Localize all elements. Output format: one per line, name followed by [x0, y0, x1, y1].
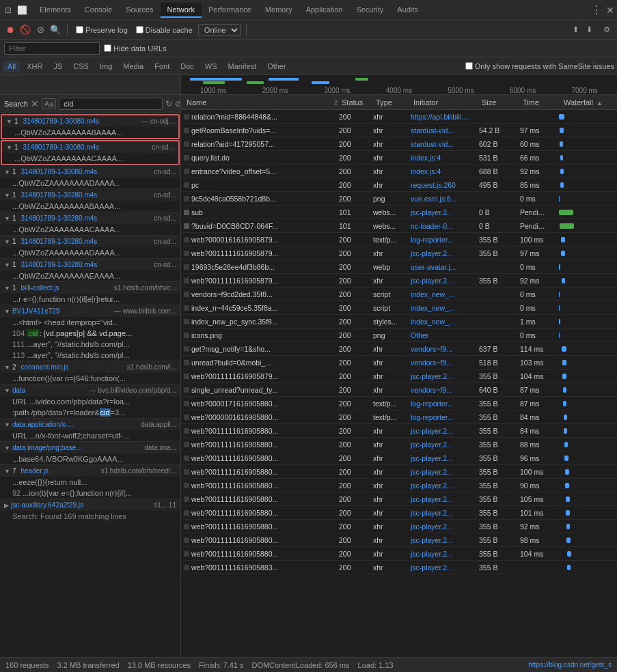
search-group-item-7-1[interactable]: ...QbWZoZAAAAAAAAEAAAA... — [0, 270, 180, 281]
row-initiator[interactable]: jsc-player.2... — [408, 536, 476, 544]
table-row[interactable]: web?0011111616905880... 200 xhr jsc-play… — [181, 465, 617, 479]
table-row[interactable]: web?0011111616905880... 200 xhr jsc-play… — [181, 451, 617, 465]
row-initiator[interactable]: user-avatar.j... — [408, 263, 476, 271]
filter-input[interactable] — [4, 42, 100, 55]
hide-data-urls-input[interactable] — [104, 44, 111, 52]
search-group-header-14[interactable]: ▼ 7 header.js s1.hdslb.com/bfs/seed/... — [0, 465, 180, 477]
search-group-header-9[interactable]: ▼ BV1JV411e729 — www.bilibili.com... — [0, 305, 180, 317]
disable-cache-checkbox[interactable]: Disable cache — [136, 26, 193, 34]
row-initiator[interactable]: jsc-player.2... — [408, 563, 476, 572]
search-group-header-15[interactable]: ▶ jsc-auxiliary.642a2f29.js s1... 11 — [0, 499, 180, 511]
row-initiator[interactable]: Other — [408, 331, 476, 339]
type-btn-font[interactable]: Font — [150, 61, 174, 72]
export-button[interactable]: ⬇ — [583, 24, 595, 36]
type-btn-js[interactable]: JS — [49, 61, 67, 72]
table-row[interactable]: query.list.do 200 xhr index.js:4 531 B 6… — [181, 151, 617, 165]
row-initiator[interactable]: jsc-player.2... — [408, 509, 476, 517]
row-initiator[interactable]: jsc-player.2... — [408, 550, 476, 558]
row-initiator[interactable]: jsc-player.2... — [408, 481, 476, 490]
search-refresh-button[interactable]: ↻ — [165, 99, 172, 109]
search-group-header-11[interactable]: ▼ data — bvc.billivideo.com/pbp/d... — [0, 384, 180, 396]
row-initiator[interactable]: jsc-player.2... — [408, 372, 476, 380]
row-initiator[interactable]: request.js:260 — [408, 181, 476, 189]
search-group-header-8[interactable]: ▼ 1 billi-collect.js s1.hdslb.com/bfs/c.… — [0, 282, 180, 294]
inspect-icon[interactable]: ⊡ — [3, 5, 14, 16]
row-initiator[interactable]: jsc-player.2... — [408, 208, 476, 216]
import-button[interactable]: ⬆ — [569, 24, 581, 36]
type-btn-ws[interactable]: WS — [200, 61, 222, 72]
row-initiator[interactable]: vendors~f9... — [408, 345, 476, 353]
table-row[interactable]: getRoomBaseInfo?uids=... 200 xhr stardus… — [181, 124, 617, 137]
search-group-header-10[interactable]: ▼ 2 comment.min.js s1.hdslb.com/i... — [0, 361, 180, 373]
table-row[interactable]: pc 200 xhr request.js:260 495 B 85 ms — [181, 178, 617, 192]
row-initiator[interactable]: index_new_... — [408, 318, 476, 326]
record-button[interactable]: ⏺ — [4, 24, 16, 36]
search-group-header-13[interactable]: ▼ data:image/png;base... data:ima... — [0, 442, 180, 453]
table-row[interactable]: ?buvid=D0CB8CD7-064F... 101 webs... nc-l… — [181, 219, 617, 233]
table-row[interactable]: web?0000161616905879... 200 text/p... lo… — [181, 233, 617, 247]
tab-security[interactable]: Security — [349, 3, 390, 18]
search-group-header-4[interactable]: ▼ 1 314801789-1-30280.m4s cn-sd... — [0, 189, 180, 201]
table-row[interactable]: index_n~44c59ce5.35f8a... 200 script ind… — [181, 301, 617, 315]
search-group-item-15-1[interactable]: Search: Found 169 matching lines — [0, 511, 180, 522]
tab-sources[interactable]: Sources — [119, 3, 160, 18]
hide-data-urls-checkbox[interactable]: Hide data URLs — [104, 44, 167, 53]
row-initiator[interactable]: jsc-player.2... — [408, 427, 476, 435]
table-row[interactable]: entrance?video_offset=5... 200 xhr index… — [181, 165, 617, 178]
row-initiator[interactable]: jsc-player.2... — [408, 249, 476, 257]
row-initiator[interactable]: log-reporter... — [408, 413, 476, 421]
type-btn-img[interactable]: Img — [95, 61, 117, 72]
table-row[interactable]: web?0011111616905879... 200 xhr jsc-play… — [181, 369, 617, 383]
row-initiator[interactable]: log-reporter... — [408, 400, 476, 408]
search-icon-button[interactable]: 🔍 — [49, 24, 61, 36]
tab-elements[interactable]: Elements — [33, 3, 78, 18]
preserve-log-input[interactable] — [76, 26, 83, 33]
type-btn-other[interactable]: Other — [262, 61, 291, 72]
close-icon[interactable]: ✕ — [606, 5, 614, 16]
col-header-time[interactable]: Time — [520, 98, 561, 107]
search-case-button[interactable]: Aa — [42, 98, 56, 109]
row-initiator[interactable]: jsc-player.2... — [408, 440, 476, 449]
table-row[interactable]: web?0011111616905880... 200 xhr jsc-play… — [181, 479, 617, 492]
search-group-header-2[interactable]: ▼ 1 314801789-1-30080.m4s cn-sd... — [2, 141, 178, 153]
row-initiator[interactable]: index.js:4 — [408, 154, 476, 162]
search-input[interactable] — [59, 98, 163, 110]
preserve-log-checkbox[interactable]: Preserve log — [76, 26, 128, 34]
table-row[interactable]: 9c5dc48ca0558b721d8b... 200 png vue.esm.… — [181, 192, 617, 206]
table-row[interactable]: web?0011111616905880... 200 xhr jsc-play… — [181, 424, 617, 438]
col-header-type[interactable]: Type — [373, 98, 411, 107]
row-initiator[interactable]: index_new_... — [408, 290, 476, 298]
search-group-item-3-1[interactable]: ...QbWZoZAAAAAAAADAAAA... — [0, 178, 180, 188]
type-btn-css[interactable]: CSS — [68, 61, 94, 72]
table-row[interactable]: relation?aid=417295057... 200 xhr stardu… — [181, 137, 617, 151]
row-initiator[interactable]: index_new_... — [408, 304, 476, 312]
filter-button[interactable]: ⊘ — [34, 24, 46, 36]
col-header-size[interactable]: Size — [479, 98, 520, 107]
tab-network[interactable]: Network — [161, 3, 202, 18]
search-group-item-9-2[interactable]: 104 cid: {vd.pages[p] && vd.page... — [0, 328, 180, 339]
tab-console[interactable]: Console — [78, 3, 119, 18]
table-row[interactable]: index_new_pc_sync.35f8... 200 styles... … — [181, 315, 617, 328]
table-row[interactable]: web?0011111616905883... 200 xhr jsc-play… — [181, 561, 617, 574]
table-row[interactable]: get?msg_notify=1&sho... 200 xhr vendors~… — [181, 342, 617, 356]
col-header-initiator[interactable]: Initiator — [411, 98, 479, 107]
row-initiator[interactable]: vue.esm.js:6... — [408, 195, 476, 203]
disable-cache-input[interactable] — [136, 26, 143, 33]
row-initiator[interactable]: vendors~f9... — [408, 386, 476, 394]
table-row[interactable]: relation?mid=88644848&... 200 xhr https:… — [181, 110, 617, 124]
search-group-item-9-3[interactable]: 111 ...ayer", "//static.hdslb.com/pl... — [0, 339, 180, 350]
search-group-header-5[interactable]: ▼ 1 314801789-1-30280.m4s cn-sd... — [0, 212, 180, 224]
settings-button[interactable]: ⚙ — [601, 24, 613, 36]
search-group-item-9-4[interactable]: 113 ...ayer", "//static.hdslb.com/pl... — [0, 350, 180, 361]
table-row[interactable]: 19693c5e26ee4df3b86b... 200 webp user-av… — [181, 260, 617, 274]
tab-audits[interactable]: Audits — [390, 3, 425, 18]
search-group-header-6[interactable]: ▼ 1 314801789-1-30280.m4s cn-sd... — [0, 236, 180, 247]
search-group-item-14-2[interactable]: 92 ...ion(t){var e={};function n(r){if(.… — [0, 488, 180, 499]
table-row[interactable]: web?0011111616905880... 200 xhr jsc-play… — [181, 492, 617, 506]
row-initiator[interactable]: log-reporter... — [408, 236, 476, 244]
table-row[interactable]: web?0011111616905879... 200 xhr jsc-play… — [181, 274, 617, 288]
tab-memory[interactable]: Memory — [258, 3, 299, 18]
search-group-item-1-1[interactable]: ...QbWZoZAAAAAAAABAAAA... — [2, 127, 178, 138]
type-btn-all[interactable]: All — [3, 61, 20, 72]
search-group-header-1[interactable]: ▼ 1 314801789-1-30080.m4s — cn-sdj... — [2, 115, 178, 127]
